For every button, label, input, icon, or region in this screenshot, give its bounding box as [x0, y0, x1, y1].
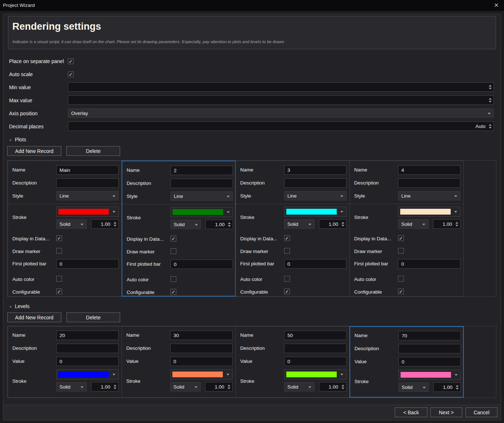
plot-style-select[interactable]: Line [171, 191, 233, 201]
level-description-input[interactable] [56, 344, 119, 353]
configurable-checkbox[interactable] [56, 289, 62, 294]
plot-description-input[interactable] [398, 178, 460, 188]
plots-section-header[interactable]: ▲ Plots [9, 137, 26, 142]
level-description-input[interactable] [284, 344, 347, 353]
stroke-style-select[interactable]: Solid [398, 219, 429, 229]
levels-section-header[interactable]: ▲ Levels [9, 303, 29, 309]
spin-down-icon[interactable] [489, 88, 492, 90]
display-in-data-checkbox[interactable] [56, 235, 62, 241]
draw-marker-checkbox[interactable] [398, 248, 404, 254]
spin-up-icon[interactable] [489, 98, 492, 100]
spinner[interactable] [340, 382, 345, 391]
min-value-input[interactable] [68, 82, 494, 92]
spinner[interactable] [488, 83, 492, 91]
first-plotted-bar-input[interactable]: 0 [398, 259, 460, 269]
spin-up-icon[interactable] [228, 222, 231, 224]
spin-up-icon[interactable] [341, 222, 344, 224]
display-in-data-checkbox[interactable] [398, 235, 404, 241]
configurable-checkbox[interactable] [398, 289, 404, 294]
back-button[interactable]: < Back [395, 407, 427, 417]
level-name-input[interactable]: 50 [284, 331, 347, 340]
stroke-style-select[interactable]: Solid [284, 219, 315, 229]
auto-color-checkbox[interactable] [398, 276, 404, 282]
spin-down-icon[interactable] [228, 387, 230, 389]
stroke-width-input[interactable]: 1.00 [205, 382, 233, 391]
spin-down-icon[interactable] [489, 101, 492, 103]
spinner[interactable] [112, 382, 117, 391]
level-description-input[interactable] [170, 344, 233, 353]
cancel-button[interactable]: Cancel [466, 407, 497, 417]
stroke-width-input[interactable]: 1.00 [319, 382, 347, 391]
stroke-style-select[interactable]: Solid [56, 382, 87, 391]
level-value-input[interactable]: 0 [170, 357, 233, 366]
auto-color-checkbox[interactable] [171, 276, 176, 282]
spinner[interactable] [340, 220, 345, 228]
spinner[interactable] [454, 220, 459, 228]
stroke-style-select[interactable]: Solid [398, 382, 429, 392]
spin-up-icon[interactable] [341, 385, 344, 386]
spinner[interactable] [455, 383, 459, 391]
first-plotted-bar-input[interactable]: 0 [56, 259, 119, 269]
plot-name-input[interactable]: 2 [171, 166, 233, 175]
draw-marker-checkbox[interactable] [56, 248, 62, 254]
level-name-input[interactable]: 70 [398, 331, 461, 340]
stroke-color-picker[interactable] [398, 370, 461, 380]
stroke-width-input[interactable]: 1.00 [433, 219, 460, 229]
spin-down-icon[interactable] [114, 387, 116, 389]
stroke-style-select[interactable]: Solid [56, 219, 87, 229]
level-card[interactable]: Name 30 Description Value 0 Stroke Solid… [122, 326, 236, 398]
levels-add-new-record-button[interactable]: Add New Record [7, 312, 61, 322]
stroke-color-picker[interactable] [398, 207, 460, 217]
level-card[interactable]: Name 50 Description Value 0 Stroke Solid… [235, 326, 350, 398]
spin-down-icon[interactable] [489, 127, 492, 129]
spin-down-icon[interactable] [455, 225, 458, 227]
stroke-width-input[interactable]: 1.00 [91, 382, 119, 391]
spin-up-icon[interactable] [114, 385, 116, 386]
place-on-separate-panel-checkbox[interactable] [68, 58, 74, 64]
display-in-data-checkbox[interactable] [171, 236, 176, 241]
auto-scale-checkbox[interactable] [68, 71, 74, 77]
plot-card[interactable]: Name 2 Description Style Line Stroke Sol… [122, 161, 236, 296]
stroke-style-select[interactable]: Solid [171, 220, 201, 229]
level-name-input[interactable]: 20 [56, 331, 119, 340]
first-plotted-bar-input[interactable]: 0 [284, 259, 347, 269]
stroke-color-picker[interactable] [56, 207, 119, 217]
level-value-input[interactable]: 0 [56, 357, 119, 366]
stroke-color-picker[interactable] [284, 207, 347, 217]
stroke-width-input[interactable]: 1.00 [433, 382, 461, 392]
plot-description-input[interactable] [171, 179, 233, 188]
first-plotted-bar-input[interactable]: 0 [171, 260, 233, 269]
spin-up-icon[interactable] [489, 124, 492, 126]
stroke-style-select[interactable]: Solid [170, 382, 201, 391]
plot-style-select[interactable]: Line [398, 191, 460, 200]
spin-up-icon[interactable] [455, 222, 458, 224]
stroke-style-select[interactable]: Solid [284, 382, 315, 391]
spin-up-icon[interactable] [489, 85, 492, 87]
spin-down-icon[interactable] [114, 225, 116, 227]
plot-card[interactable]: Name 4 Description Style Line Stroke Sol… [349, 161, 464, 296]
stroke-color-picker[interactable] [171, 207, 233, 217]
plot-card[interactable]: Name 3 Description Style Line Stroke Sol… [235, 161, 350, 296]
spin-down-icon[interactable] [228, 225, 231, 227]
spinner[interactable] [226, 382, 231, 391]
stroke-width-input[interactable]: 1.00 [91, 219, 119, 229]
plot-description-input[interactable] [56, 178, 119, 188]
spin-up-icon[interactable] [456, 385, 459, 387]
spin-up-icon[interactable] [114, 222, 116, 224]
stroke-width-input[interactable]: 1.00 [205, 220, 233, 229]
auto-color-checkbox[interactable] [56, 276, 62, 282]
configurable-checkbox[interactable] [171, 289, 176, 295]
stroke-color-picker[interactable] [170, 369, 233, 380]
plot-description-input[interactable] [284, 178, 347, 188]
level-value-input[interactable]: 0 [284, 357, 347, 366]
plots-add-new-record-button[interactable]: Add New Record [7, 146, 61, 156]
plot-name-input[interactable]: Main [56, 165, 119, 175]
spin-down-icon[interactable] [341, 387, 344, 389]
spinner[interactable] [112, 220, 117, 228]
plot-name-input[interactable]: 3 [284, 165, 347, 175]
spin-down-icon[interactable] [341, 225, 344, 227]
level-card[interactable]: Name 20 Description Value 0 Stroke Solid… [8, 326, 122, 398]
plot-style-select[interactable]: Line [56, 191, 119, 200]
spin-down-icon[interactable] [456, 388, 459, 390]
stroke-color-picker[interactable] [284, 369, 347, 380]
